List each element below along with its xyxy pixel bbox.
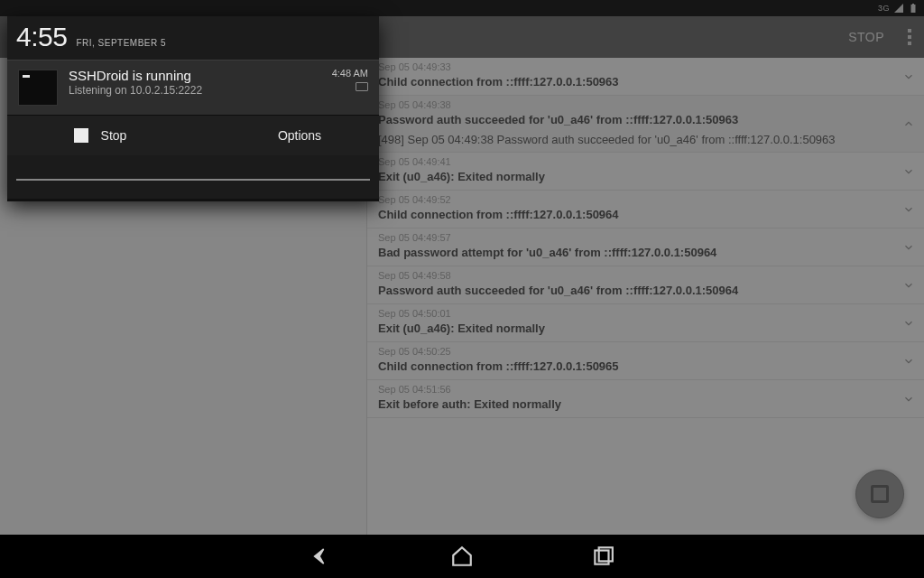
log-timestamp: Sep 05 04:49:41 [378, 156, 913, 167]
log-list[interactable]: Sep 05 04:49:33Child connection from ::f… [366, 58, 924, 535]
log-message: Child connection from ::ffff:127.0.0.1:5… [378, 359, 619, 373]
signal-icon [893, 3, 904, 14]
notification-app-icon [18, 70, 58, 106]
log-message: Exit (u0_a46): Exited normally [378, 322, 545, 335]
fab-stop-button[interactable] [855, 470, 904, 518]
log-timestamp: Sep 05 04:49:52 [378, 194, 913, 205]
log-entry[interactable]: Sep 05 04:50:01Exit (u0_a46): Exited nor… [367, 304, 924, 342]
log-entry[interactable]: Sep 05 04:49:38Password auth succeeded f… [367, 96, 924, 153]
home-button[interactable] [450, 545, 474, 568]
shade-clock: 4:55 [16, 22, 67, 52]
chevron-down-icon [902, 203, 915, 216]
recents-button[interactable] [591, 545, 614, 568]
notification-card[interactable]: SSHDroid is running Listening on 10.0.2.… [7, 60, 379, 115]
log-entry[interactable]: Sep 05 04:49:58Password auth succeeded f… [367, 266, 924, 304]
log-detail: [498] Sep 05 04:49:38 Password auth succ… [378, 133, 913, 146]
chevron-down-icon [902, 165, 915, 178]
notification-shade[interactable]: 4:55 FRI, SEPTEMBER 5 SSHDroid is runnin… [7, 16, 379, 201]
log-message: Password auth succeeded for 'u0_a46' fro… [378, 284, 738, 297]
stop-square-icon [871, 485, 889, 503]
notification-action-label: Options [278, 128, 321, 143]
log-entry[interactable]: Sep 05 04:51:56Exit before auth: Exited … [367, 380, 924, 418]
chevron-down-icon [902, 317, 915, 330]
log-entry[interactable]: Sep 05 04:49:33Child connection from ::f… [367, 58, 924, 96]
log-message: Child connection from ::ffff:127.0.0.1:5… [378, 208, 619, 221]
log-message: Exit before auth: Exited normally [378, 397, 561, 411]
stop-icon [74, 128, 88, 143]
chevron-down-icon [902, 393, 915, 406]
notification-action-options[interactable]: Options [193, 116, 379, 155]
back-button[interactable] [310, 545, 333, 568]
navigation-bar [0, 535, 924, 578]
log-message: Bad password attempt for 'u0_a46' from :… [378, 246, 716, 259]
log-message: Password auth succeeded for 'u0_a46' fro… [378, 113, 738, 126]
log-timestamp: Sep 05 04:50:01 [378, 308, 913, 319]
chevron-down-icon [902, 355, 915, 368]
chevron-up-icon [902, 117, 915, 130]
chevron-down-icon [902, 70, 915, 83]
notification-actions: Stop Options [7, 115, 379, 155]
shade-drag-handle[interactable] [7, 199, 379, 201]
android-status-bar: 3G [0, 0, 924, 16]
log-timestamp: Sep 05 04:51:56 [378, 384, 913, 395]
overflow-menu-icon[interactable] [902, 29, 917, 45]
notification-subtitle: Listening on 10.0.2.15:2222 [69, 84, 202, 97]
log-timestamp: Sep 05 04:49:33 [378, 61, 913, 72]
log-timestamp: Sep 05 04:49:58 [378, 270, 913, 281]
chevron-down-icon [902, 279, 915, 292]
log-message: Child connection from ::ffff:127.0.0.1:5… [378, 75, 619, 89]
notification-action-label: Stop [101, 128, 127, 143]
chevron-down-icon [902, 241, 915, 254]
network-type-label: 3G [878, 4, 890, 13]
log-message: Exit (u0_a46): Exited normally [378, 170, 545, 183]
sliders-icon [251, 128, 265, 143]
stop-action[interactable]: STOP [848, 30, 884, 44]
log-entry[interactable]: Sep 05 04:49:57Bad password attempt for … [367, 228, 924, 266]
notification-badge-icon [356, 82, 368, 91]
notification-title: SSHDroid is running [69, 68, 202, 83]
log-entry[interactable]: Sep 05 04:49:52Child connection from ::f… [367, 191, 924, 228]
log-timestamp: Sep 05 04:49:38 [378, 99, 913, 110]
shade-header[interactable]: 4:55 FRI, SEPTEMBER 5 [7, 16, 379, 60]
log-timestamp: Sep 05 04:49:57 [378, 232, 913, 243]
log-entry[interactable]: Sep 05 04:49:41Exit (u0_a46): Exited nor… [367, 153, 924, 191]
notification-action-stop[interactable]: Stop [7, 116, 193, 155]
log-timestamp: Sep 05 04:50:25 [378, 346, 913, 357]
notification-time: 4:48 AM [332, 68, 368, 79]
log-entry[interactable]: Sep 05 04:50:25Child connection from ::f… [367, 342, 924, 380]
shade-date: FRI, SEPTEMBER 5 [76, 38, 166, 48]
battery-icon [908, 3, 919, 14]
